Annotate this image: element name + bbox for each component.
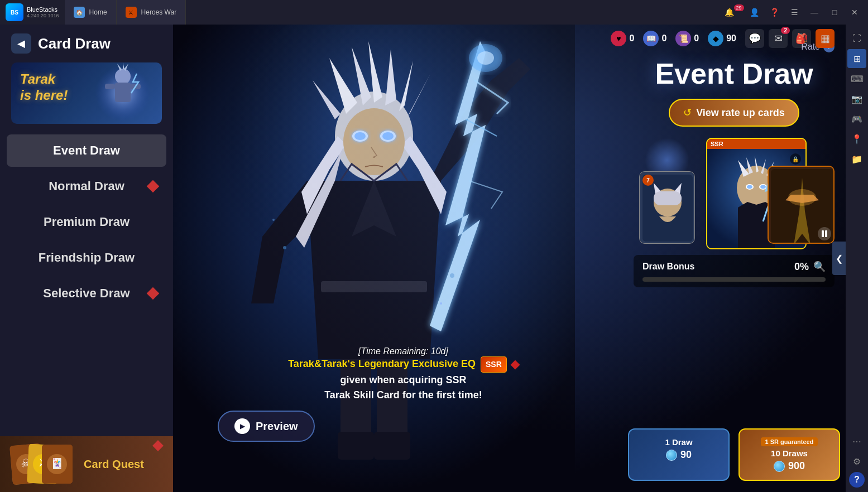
gamepad-button[interactable]: 🎮 xyxy=(847,109,866,128)
sidebar: ◀ Card Draw Tarak is here! xyxy=(0,25,173,492)
hearts-count: 0 xyxy=(629,33,634,44)
right-toolbar: ⛶ ⊞ ⌨ 📷 🎮 📍 📁 ⋯ ⚙ ? xyxy=(846,25,868,492)
svg-point-57 xyxy=(788,189,816,206)
cq-diamond-icon xyxy=(152,440,164,451)
bs-tab-home[interactable]: 🏠 Home xyxy=(65,0,117,25)
event-draw-title: Event Draw xyxy=(655,58,813,90)
draw10-gem-icon xyxy=(774,461,785,472)
view-rate-label: View rate up cards xyxy=(696,107,785,119)
sidebar-item-friendship-draw[interactable]: Friendship Draw xyxy=(7,242,166,274)
books-resource: 📖 0 xyxy=(643,31,666,46)
mail-button[interactable]: ✉ 2 xyxy=(769,29,788,48)
fullscreen-button[interactable]: ⛶ xyxy=(847,29,866,48)
draw-bonus-zoom-icon[interactable]: 🔍 xyxy=(813,261,826,273)
resource-bar: ♥ 0 📖 0 📜 0 ◆ 90 💬 ✉ 2 🎒 ▦ xyxy=(173,25,846,52)
svg-point-58 xyxy=(818,227,831,240)
svg-rect-21 xyxy=(338,432,374,460)
svg-point-37 xyxy=(440,302,442,305)
chat-button[interactable]: 💬 xyxy=(745,29,764,48)
view-rate-up-button[interactable]: ↺ View rate up cards xyxy=(669,99,799,127)
ssr-badge: SSR xyxy=(481,356,507,373)
draw-panel: Rate ? Event Draw ↺ View rate up cards xyxy=(622,25,846,492)
keyboard-button[interactable]: ⌨ xyxy=(847,69,866,88)
hearts-resource: ♥ 0 xyxy=(611,31,634,46)
cards-preview: 7 SSR xyxy=(634,138,835,249)
svg-point-30 xyxy=(351,129,369,143)
help-toolbar-button[interactable]: ? xyxy=(849,472,865,488)
settings-button[interactable]: ⚙ xyxy=(847,452,866,471)
event-description: [Time Remaining: 10d] Tarak&Tarak's Lege… xyxy=(184,346,622,403)
ssr-label: SSR xyxy=(707,139,805,149)
home-tab-label: Home xyxy=(89,8,107,16)
heart-icon: ♥ xyxy=(611,31,626,46)
main-content: ♥ 0 📖 0 📜 0 ◆ 90 💬 ✉ 2 🎒 ▦ Rate ? xyxy=(173,25,846,492)
menu-btn[interactable]: ☰ xyxy=(785,4,803,20)
normal-draw-label: Normal Draw xyxy=(49,179,124,194)
svg-point-35 xyxy=(272,219,275,221)
time-remaining: [Time Remaining: 10d] xyxy=(184,346,622,356)
bs-tab-game[interactable]: ⚔ Heroes War xyxy=(117,0,186,25)
sidebar-item-selective-draw[interactable]: Selective Draw xyxy=(7,277,166,310)
scrolls-resource: 📜 0 xyxy=(675,31,699,46)
svg-point-52 xyxy=(760,185,766,189)
minimize-btn[interactable]: — xyxy=(805,4,823,20)
reward-text-gold: Tarak&Tarak's Legendary Exclusive EQ xyxy=(288,358,476,369)
svg-text:🔒: 🔒 xyxy=(792,156,799,163)
draw-bonus-label: Draw Bonus xyxy=(642,262,694,272)
sidebar-item-normal-draw[interactable]: Normal Draw xyxy=(7,170,166,202)
bs-icon: BS xyxy=(6,3,23,21)
maximize-btn[interactable]: □ xyxy=(826,4,843,20)
event-draw-label: Event Draw xyxy=(53,143,120,158)
game-tab-icon: ⚔ xyxy=(126,7,137,18)
bluestacks-bar: BS BlueStacks 4.240.20.1016 🏠 Home ⚔ Her… xyxy=(0,0,868,25)
account-btn[interactable]: 👤 xyxy=(745,4,763,20)
location-button[interactable]: 📍 xyxy=(847,129,866,148)
diamond-badge xyxy=(510,360,520,369)
sidebar-item-event-draw[interactable]: Event Draw xyxy=(7,134,166,167)
svg-point-31 xyxy=(379,129,397,143)
grid-button[interactable]: ▦ xyxy=(816,29,835,48)
grid-view-button[interactable]: ⊞ xyxy=(847,49,866,68)
mail-badge: 2 xyxy=(781,27,790,34)
notification-btn[interactable]: 🔔29 xyxy=(725,4,743,20)
inventory-button[interactable]: 🎒 xyxy=(792,29,811,48)
folder-button[interactable]: 📁 xyxy=(847,149,866,168)
banner-char-art xyxy=(89,62,156,124)
bs-title: BlueStacks xyxy=(27,6,59,13)
view-rate-icon: ↺ xyxy=(683,107,692,119)
close-btn[interactable]: ✕ xyxy=(846,4,864,20)
preview-button[interactable]: ▶ Preview xyxy=(218,411,315,442)
draw1-label: 1 Draw xyxy=(665,437,692,447)
svg-point-1 xyxy=(115,69,131,84)
svg-rect-23 xyxy=(321,281,427,292)
back-button[interactable]: ◀ xyxy=(11,33,31,54)
more-button[interactable]: ⋯ xyxy=(847,432,866,451)
home-tab-icon: 🏠 xyxy=(74,7,85,18)
card-left: 7 xyxy=(639,171,695,244)
tarak-banner[interactable]: Tarak is here! xyxy=(11,62,162,124)
svg-rect-60 xyxy=(825,230,827,237)
svg-rect-5 xyxy=(115,83,131,102)
help-btn[interactable]: ❓ xyxy=(765,4,783,20)
sidebar-item-premium-draw[interactable]: Premium Draw xyxy=(7,206,166,238)
book-icon: 📖 xyxy=(643,31,659,46)
card-quest-label: Card Quest xyxy=(84,458,144,471)
panel-toggle-button[interactable]: ❮ xyxy=(832,242,846,275)
topbar-action-icons: 💬 ✉ 2 🎒 ▦ xyxy=(745,29,835,48)
draw1-gem-icon xyxy=(666,450,677,461)
game-tab-label: Heroes War xyxy=(141,8,177,16)
camera-button[interactable]: 📷 xyxy=(847,89,866,108)
svg-point-34 xyxy=(283,246,286,249)
scroll-icon: 📜 xyxy=(675,31,691,46)
card-quest-cards: ☠ ⚔ 🃏 xyxy=(11,445,78,484)
gem-icon: ◆ xyxy=(708,31,723,46)
draw-buttons-container: 1 Draw 90 1 SR guaranteed 10 Draws 900 xyxy=(628,428,840,481)
bluestacks-logo: BS BlueStacks 4.240.20.1016 xyxy=(0,3,65,21)
draw-bonus-percent: 0% xyxy=(794,261,809,273)
draw-10-button[interactable]: 1 SR guaranteed 10 Draws 900 xyxy=(738,428,840,481)
draw-1-button[interactable]: 1 Draw 90 xyxy=(628,428,730,481)
preview-play-icon: ▶ xyxy=(234,418,250,434)
draw-bonus-bar xyxy=(642,277,826,282)
card-quest-panel[interactable]: ☠ ⚔ 🃏 Card Quest xyxy=(0,436,173,492)
svg-text:7: 7 xyxy=(646,177,650,184)
